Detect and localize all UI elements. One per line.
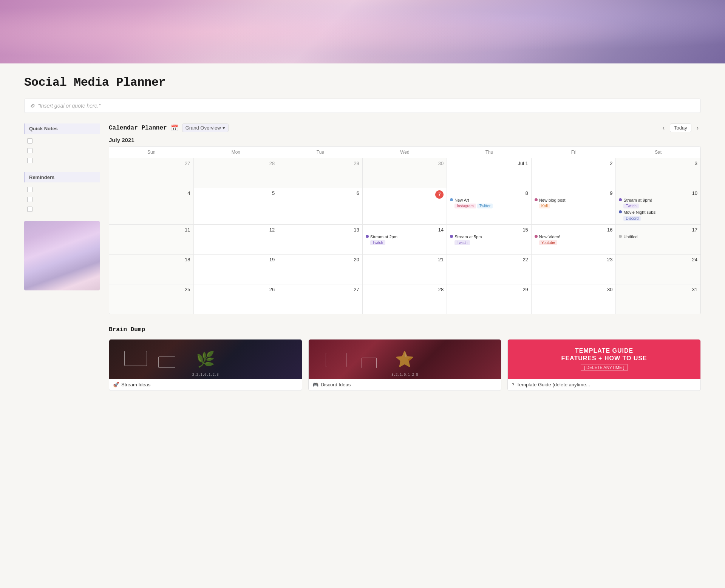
- checkbox-1[interactable]: [27, 138, 32, 144]
- calendar-icon: 📅: [171, 124, 178, 131]
- week-row-5: 25 26 27 28 29 30: [109, 284, 700, 314]
- cal-cell[interactable]: 14 Stream at 2pm Twitch: [363, 225, 447, 254]
- calendar-title: Calendar Planner: [109, 125, 167, 131]
- cal-cell[interactable]: 23: [532, 255, 616, 284]
- cal-cell[interactable]: 13: [278, 225, 363, 254]
- cal-cell[interactable]: 26: [194, 284, 278, 314]
- reminder-item-2[interactable]: [24, 195, 100, 204]
- today-button[interactable]: Today: [670, 123, 691, 132]
- checkbox-2[interactable]: [27, 148, 32, 153]
- cal-cell[interactable]: 19: [194, 255, 278, 284]
- event-dot: [535, 198, 538, 201]
- cal-cell[interactable]: 29: [447, 284, 532, 314]
- cal-cell[interactable]: 8 New Art Instagram Twitter: [447, 188, 532, 224]
- discord-ideas-card[interactable]: 3.2.1.0.1.2.8 🎮 Discord Ideas: [308, 339, 502, 391]
- cal-event: Stream at 9pm! Twitch: [619, 198, 697, 208]
- cal-cell[interactable]: 3: [616, 158, 700, 188]
- brain-dump-section: Brain Dump 3.2.1.0.1.2.3 🚀: [109, 326, 701, 391]
- cell-date: 11: [112, 227, 190, 233]
- cell-date: 14: [366, 227, 444, 233]
- cell-date: 27: [112, 161, 190, 166]
- cal-cell[interactable]: 28: [194, 158, 278, 188]
- grand-overview-button[interactable]: Grand Overview ▾: [182, 123, 229, 132]
- frame-overlay-4: [362, 358, 377, 368]
- cal-cell[interactable]: 25: [109, 284, 194, 314]
- quick-note-item-2[interactable]: [24, 147, 100, 155]
- discord-emoji: 🎮: [312, 382, 318, 387]
- discord-ideas-text: Discord Ideas: [321, 382, 351, 387]
- template-card-title: TEMPLATE GUIDEFEATURES + HOW TO USE: [561, 347, 647, 361]
- template-guide-card[interactable]: TEMPLATE GUIDEFEATURES + HOW TO USE [ DE…: [507, 339, 701, 391]
- checkbox-3[interactable]: [27, 158, 32, 163]
- cell-date: 30: [535, 287, 613, 292]
- cal-cell[interactable]: 27: [109, 158, 194, 188]
- cal-cell[interactable]: 15 Stream at 5pm Twitch: [447, 225, 532, 254]
- event-content: Stream at 2pm Twitch: [370, 234, 397, 245]
- stream-emoji: 🚀: [113, 382, 119, 387]
- cell-date: 31: [619, 287, 697, 292]
- quick-note-item-1[interactable]: [24, 137, 100, 145]
- cal-cell[interactable]: 6: [278, 188, 363, 224]
- cal-cell[interactable]: 4: [109, 188, 194, 224]
- cal-cell[interactable]: 27: [278, 284, 363, 314]
- checkbox-4[interactable]: [27, 187, 32, 192]
- cal-cell[interactable]: 5: [194, 188, 278, 224]
- cal-cell[interactable]: 18: [109, 255, 194, 284]
- event-content: New Art Instagram Twitter: [454, 198, 493, 208]
- cal-cell[interactable]: 10 Stream at 9pm! Twitch Movie Night s: [616, 188, 700, 224]
- cal-cell[interactable]: 9 New blog post Kofi: [532, 188, 616, 224]
- reminder-item-3[interactable]: [24, 205, 100, 213]
- event-text: New Video!: [539, 234, 560, 239]
- prev-month-button[interactable]: ‹: [660, 124, 667, 132]
- cal-cell[interactable]: Jul 1: [447, 158, 532, 188]
- tag-twitch: Twitch: [454, 240, 470, 245]
- event-dot: [619, 198, 622, 201]
- quick-notes-title: Quick Notes: [24, 123, 100, 134]
- cal-cell[interactable]: 7: [363, 188, 447, 224]
- cal-cell[interactable]: 30: [532, 284, 616, 314]
- stream-ideas-card[interactable]: 3.2.1.0.1.2.3 🚀 Stream Ideas: [109, 339, 302, 391]
- cell-date: 29: [281, 161, 359, 166]
- nav-controls: ‹ Today ›: [660, 123, 701, 132]
- cal-cell[interactable]: 24: [616, 255, 700, 284]
- cal-event: New blog post Kofi: [535, 198, 613, 208]
- cell-date: 18: [112, 257, 190, 262]
- next-month-button[interactable]: ›: [694, 124, 701, 132]
- cal-cell[interactable]: 30: [363, 158, 447, 188]
- cell-date: 23: [535, 257, 613, 262]
- sidebar-image-inner: [24, 221, 100, 290]
- cal-cell[interactable]: 21: [363, 255, 447, 284]
- hero-banner: [0, 0, 725, 63]
- stream-image-placeholder: 3.2.1.0.1.2.3: [109, 340, 302, 379]
- template-guide-label: ? Template Guide (delete anytime...: [508, 379, 700, 390]
- quick-note-item-3[interactable]: [24, 156, 100, 165]
- cal-cell[interactable]: 22: [447, 255, 532, 284]
- frame-overlay-1: [124, 351, 147, 366]
- cal-cell[interactable]: 17 Untitled: [616, 225, 700, 254]
- cal-cell[interactable]: 28: [363, 284, 447, 314]
- event-dot: [619, 235, 622, 238]
- gear-icon: ⚙: [30, 103, 35, 109]
- calendar-title-row: Calendar Planner 📅 Grand Overview ▾: [109, 123, 229, 132]
- event-content: New Video! Youtube: [539, 234, 560, 245]
- cell-date: 15: [450, 227, 528, 233]
- day-header-sat: Sat: [616, 147, 700, 158]
- cal-cell[interactable]: 20: [278, 255, 363, 284]
- goal-quote-bar[interactable]: ⚙ "Insert goal or quote here.": [24, 99, 701, 113]
- checkbox-6[interactable]: [27, 207, 32, 212]
- reminder-item-1[interactable]: [24, 185, 100, 194]
- event-content: New blog post Kofi: [539, 198, 566, 208]
- cal-cell[interactable]: 12: [194, 225, 278, 254]
- calendar-header: Calendar Planner 📅 Grand Overview ▾ ‹ To…: [109, 123, 701, 132]
- day-header-wed: Wed: [363, 147, 447, 158]
- cal-cell[interactable]: 29: [278, 158, 363, 188]
- cell-date: 29: [450, 287, 528, 292]
- cal-cell[interactable]: 2: [532, 158, 616, 188]
- checkbox-5[interactable]: [27, 197, 32, 202]
- event-dot: [366, 235, 369, 238]
- cal-cell[interactable]: 11: [109, 225, 194, 254]
- cell-date: 28: [197, 161, 275, 166]
- cal-cell[interactable]: 31: [616, 284, 700, 314]
- stream-ideas-label: 🚀 Stream Ideas: [109, 379, 302, 390]
- cal-cell[interactable]: 16 New Video! Youtube: [532, 225, 616, 254]
